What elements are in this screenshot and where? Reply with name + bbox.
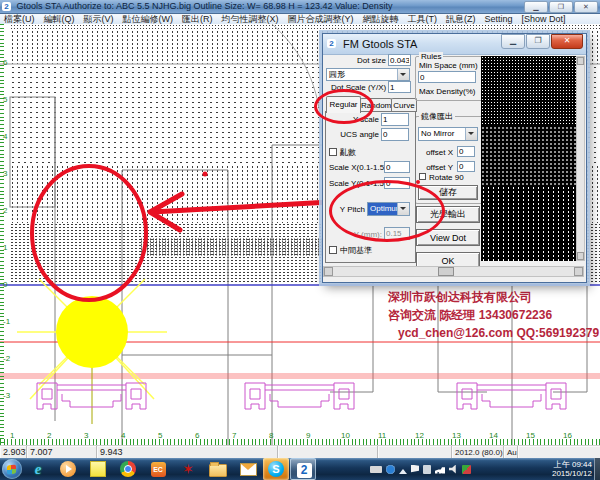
dot-size-input[interactable] [388, 54, 411, 66]
mirror-select[interactable]: No Mirror [418, 127, 478, 141]
show-desktop-button[interactable] [594, 458, 600, 480]
dialog-close-button[interactable]: ✕ [551, 34, 583, 49]
menu-item-uniformity[interactable]: 均勻性調整(X) [222, 14, 279, 24]
scale-x-input[interactable] [384, 161, 410, 173]
company-watermark: 深圳市跃创达科技有限公司 咨询交流 陈经理 13430672236 ycd_ch… [388, 288, 599, 342]
mirror-value: No Mirror [419, 128, 465, 140]
v-ruler-label: -3 [3, 392, 10, 400]
taskbar-item-dragon-app[interactable]: ✶ [176, 460, 200, 478]
usb-icon[interactable] [423, 465, 431, 474]
optical-output-button[interactable]: 光學輸出 [416, 206, 480, 223]
scroll-down-icon[interactable] [577, 252, 584, 260]
chevron-down-icon[interactable] [397, 203, 409, 215]
y-scale-input[interactable] [381, 113, 409, 126]
dot-shape-select[interactable]: 圓形 [326, 68, 410, 81]
offset-y-input[interactable] [457, 161, 475, 172]
dot-size-label: Dot size [341, 56, 386, 65]
taskbar-item-explorer[interactable] [206, 460, 230, 478]
dialog-maximize-button[interactable]: ❐ [526, 34, 550, 49]
volume-icon[interactable] [449, 465, 458, 474]
chevron-down-icon[interactable] [397, 69, 409, 80]
minimize-button[interactable]: ▁ [524, 1, 548, 13]
hidden-icons-arrow[interactable] [399, 465, 407, 474]
system-tray [370, 458, 471, 480]
action-center-flag-icon[interactable] [411, 465, 419, 474]
h-ruler-label: 8 [269, 432, 273, 440]
menu-item-export[interactable]: 匯出(R) [182, 14, 213, 24]
status-bar: 2.9037 7.007 9.943 2012.0 (80.0) Au [0, 445, 600, 459]
tab-random[interactable]: Random [360, 98, 392, 112]
offset-x-input[interactable] [457, 146, 475, 157]
v-ruler-label: -2 [3, 355, 10, 363]
red-dot-annotation [416, 180, 420, 184]
red-ellipse-annotation [32, 166, 146, 300]
keyboard-icon[interactable] [370, 466, 382, 473]
menu-item-tools[interactable]: 工具(T) [408, 14, 438, 24]
scale-y-label: Scale Y(0.1-1.5) [329, 179, 383, 188]
network-icon[interactable] [435, 465, 445, 474]
close-button[interactable]: ✕ [574, 1, 598, 13]
menu-item-info[interactable]: 訊息(Z) [446, 14, 476, 24]
dialog-minimize-button[interactable]: ▁ [501, 34, 525, 49]
dialog-horizontal-scrollbar[interactable] [323, 266, 584, 277]
v-ruler-label: 0 [3, 281, 7, 289]
menu-item-edit[interactable]: 編輯(Q) [44, 14, 75, 24]
ie-icon: e [35, 461, 42, 478]
dragon-icon: ✶ [182, 462, 194, 476]
ime-language-icon[interactable] [462, 465, 471, 474]
tray-clock[interactable]: 上午 09:44 2015/10/12 [552, 460, 592, 478]
sticky-notes-icon [90, 461, 106, 477]
save-button[interactable]: 儲存 [418, 185, 478, 200]
chevron-down-icon[interactable] [465, 128, 477, 140]
h-ruler-label: 5 [158, 432, 162, 440]
scroll-left-icon[interactable] [324, 267, 333, 276]
clock-time: 上午 09:44 [552, 460, 592, 469]
view-dot-button[interactable]: View Dot [416, 229, 480, 246]
menu-item-show-dot[interactable]: [Show Dot] [522, 14, 566, 24]
taskbar-item-skype[interactable]: S [263, 458, 289, 480]
center-reference-checkbox[interactable] [329, 246, 337, 254]
start-button[interactable] [2, 459, 22, 479]
menu-item-dot-rotate[interactable]: 網點旋轉 [363, 14, 399, 24]
scrollbar-thumb[interactable] [438, 267, 454, 276]
taskbar-item-outlook[interactable] [236, 460, 260, 478]
media-player-icon [60, 461, 76, 477]
ucs-angle-input[interactable] [381, 128, 409, 141]
taskbar-item-gtools-active[interactable]: 2 [290, 458, 316, 480]
random-checkbox[interactable] [329, 148, 337, 156]
taskbar-item-ie[interactable]: e [26, 460, 50, 478]
dialog-logo-icon: 2 [327, 39, 336, 48]
h-ruler-label: 13 [452, 432, 461, 440]
menu-item-setting[interactable]: Setting [485, 14, 513, 24]
dialog-titlebar[interactable]: 2 FM Gtools STA ▁ ❐ ✕ [323, 34, 586, 55]
taskbar-item-media-player[interactable] [56, 460, 80, 478]
v-ruler-label: 3 [3, 170, 7, 178]
tab-regular[interactable]: Regular [326, 96, 361, 113]
h-ruler-label: 4 [121, 432, 125, 440]
y-pitch-select[interactable]: Optimum [367, 202, 410, 216]
scroll-right-icon[interactable] [574, 267, 583, 276]
tab-curve[interactable]: Curve [391, 98, 417, 112]
taskbar-item-sticky-notes[interactable] [86, 460, 110, 478]
taskbar-item-chrome[interactable] [116, 460, 140, 478]
dot-scale-input[interactable] [388, 81, 411, 93]
menu-item-file[interactable]: 檔案(U) [4, 14, 35, 24]
menu-item-dot-edit[interactable]: 點位編修(W) [123, 14, 174, 24]
min-space-input[interactable] [418, 71, 476, 83]
help-icon[interactable] [386, 465, 395, 474]
taskbar-item-capture[interactable]: EC [146, 460, 170, 478]
envelope-icon [240, 463, 257, 476]
preview-vertical-scrollbar[interactable] [576, 56, 585, 261]
alert-badge [417, 471, 422, 476]
menu-item-image-adjust[interactable]: 圖片合成調整(Y) [288, 14, 354, 24]
gtools-app-icon: 2 [297, 463, 312, 478]
window-controls: ▁ ❐ ✕ [524, 1, 598, 13]
y-pitch-label: Y Pitch [337, 205, 365, 214]
rotate-90-checkbox[interactable] [419, 173, 426, 180]
window-title: Gtools STA Authorize to: ABC 5.5 NJHG.bi… [17, 1, 393, 11]
restore-button[interactable]: ❐ [549, 1, 573, 13]
scale-y-input[interactable] [384, 177, 410, 189]
h-ruler-label: 9 [306, 432, 310, 440]
menu-item-view[interactable]: 顯示(V) [84, 14, 114, 24]
scroll-up-icon[interactable] [577, 57, 584, 65]
